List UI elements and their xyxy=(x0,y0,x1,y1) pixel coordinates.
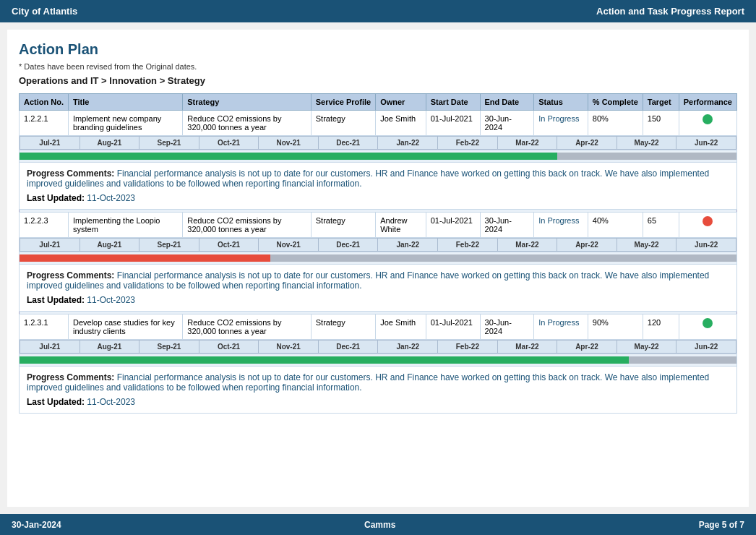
col-owner: Owner xyxy=(376,94,426,111)
action-performance xyxy=(679,111,736,136)
gantt-month-label: Apr-22 xyxy=(557,137,617,150)
action-no: 1.2.2.1 xyxy=(20,111,69,136)
action-target: 65 xyxy=(643,213,679,238)
action-no: 1.2.3.1 xyxy=(20,314,69,340)
gantt-bar-container xyxy=(20,150,737,163)
gantt-month-label: Mar-22 xyxy=(497,137,557,150)
action-owner: Joe Smith xyxy=(376,314,426,340)
gantt-month-label: Nov-21 xyxy=(259,341,319,354)
action-strategy: Reduce CO2 emissions by 320,000 tonnes a… xyxy=(183,314,311,340)
gantt-month-label: Jan-22 xyxy=(378,239,438,252)
page-title: Action Plan xyxy=(19,41,737,58)
gantt-month-label: Oct-21 xyxy=(199,341,259,354)
action-end-date: 30-Jun-2024 xyxy=(480,314,534,340)
gantt-bar-remaining xyxy=(270,254,736,262)
gantt-month-label: Dec-21 xyxy=(318,137,378,150)
gantt-bar-row xyxy=(20,150,737,163)
subtitle-note: * Dates have been revised from the Origi… xyxy=(19,62,737,71)
gantt-month-label: Jul-21 xyxy=(20,137,80,150)
progress-label: Progress Comments: xyxy=(27,270,117,281)
gantt-months-container: Jul-21Aug-21Sep-21Oct-21Nov-21Dec-21Jan-… xyxy=(20,238,737,252)
action-service: Strategy xyxy=(311,213,375,238)
gantt-month-label: Jun-22 xyxy=(676,341,736,354)
action-title: Implementing the Loopio system xyxy=(69,213,183,238)
gantt-month-label: Jan-22 xyxy=(378,341,438,354)
progress-text: Financial performance analysis is not up… xyxy=(27,270,709,291)
footer-page-info: Page 5 of 7 xyxy=(699,520,744,530)
col-pct-complete: % Complete xyxy=(588,94,643,111)
gantt-month-label: Jul-21 xyxy=(20,239,80,252)
progress-comments-cell: Progress Comments: Financial performance… xyxy=(20,367,737,414)
col-strategy: Strategy xyxy=(183,94,311,111)
gantt-month-label: Feb-22 xyxy=(438,341,498,354)
last-updated-block: Last Updated: 11-Oct-2023 xyxy=(27,193,729,203)
progress-label: Progress Comments: xyxy=(27,372,117,382)
gantt-month-label: Apr-22 xyxy=(557,341,617,354)
col-performance: Performance xyxy=(679,94,736,111)
progress-label: Progress Comments: xyxy=(27,168,117,179)
gantt-months-row: Jul-21Aug-21Sep-21Oct-21Nov-21Dec-21Jan-… xyxy=(20,238,737,252)
gantt-bar-row xyxy=(20,354,737,367)
gantt-month-label: May-22 xyxy=(617,341,676,354)
report-title: Action and Task Progress Report xyxy=(596,6,744,17)
org-name: City of Atlantis xyxy=(12,6,77,17)
action-end-date: 30-Jun-2024 xyxy=(480,111,534,136)
last-updated-block: Last Updated: 11-Oct-2023 xyxy=(27,295,729,305)
gantt-month-label: Nov-21 xyxy=(259,239,319,252)
col-start-date: Start Date xyxy=(426,94,480,111)
col-end-date: End Date xyxy=(480,94,534,111)
gantt-months-row: Jul-21Aug-21Sep-21Oct-21Nov-21Dec-21Jan-… xyxy=(20,136,737,150)
gantt-bar-filled xyxy=(20,356,629,364)
action-status: In Progress xyxy=(534,213,588,238)
action-target: 120 xyxy=(643,314,679,340)
gantt-month-label: Oct-21 xyxy=(199,137,259,150)
progress-comments-block: Progress Comments: Financial performance… xyxy=(27,270,729,291)
action-table: Action No. Title Strategy Service Profil… xyxy=(19,93,737,414)
gantt-month-label: Dec-21 xyxy=(318,239,378,252)
action-status: In Progress xyxy=(534,111,588,136)
action-start-date: 01-Jul-2021 xyxy=(426,314,480,340)
gantt-bar-container xyxy=(20,354,737,367)
col-action-no: Action No. xyxy=(20,94,69,111)
col-service: Service Profile xyxy=(311,94,375,111)
page-footer: 30-Jan-2024 Camms Page 5 of 7 xyxy=(0,514,756,535)
action-service: Strategy xyxy=(311,314,375,340)
gantt-bar-container xyxy=(20,252,737,265)
gantt-month-label: Aug-21 xyxy=(80,341,139,354)
col-target: Target xyxy=(643,94,679,111)
action-strategy: Reduce CO2 emissions by 320,000 tonnes a… xyxy=(183,213,311,238)
progress-comments-block: Progress Comments: Financial performance… xyxy=(27,372,729,393)
gantt-months-container: Jul-21Aug-21Sep-21Oct-21Nov-21Dec-21Jan-… xyxy=(20,340,737,354)
last-updated-value: 11-Oct-2023 xyxy=(87,295,135,305)
gantt-month-label: Sep-21 xyxy=(139,239,199,252)
section-heading: Operations and IT > Innovation > Strateg… xyxy=(19,75,737,86)
progress-comments-row: Progress Comments: Financial performance… xyxy=(20,163,737,210)
progress-comments-cell: Progress Comments: Financial performance… xyxy=(20,265,737,312)
action-title: Implement new company branding guideline… xyxy=(69,111,183,136)
gantt-month-label: Jul-21 xyxy=(20,341,80,354)
gantt-bar-remaining xyxy=(557,153,736,160)
gantt-month-label: Mar-22 xyxy=(497,341,557,354)
gantt-month-label: Jun-22 xyxy=(676,137,736,150)
footer-brand: Camms xyxy=(364,520,395,530)
col-title: Title xyxy=(69,94,183,111)
action-start-date: 01-Jul-2021 xyxy=(426,111,480,136)
col-status: Status xyxy=(534,94,588,111)
action-pct: 90% xyxy=(588,314,643,340)
gantt-bar-row xyxy=(20,252,737,265)
progress-comments-block: Progress Comments: Financial performance… xyxy=(27,168,729,189)
progress-comments-row: Progress Comments: Financial performance… xyxy=(20,265,737,312)
action-row: 1.2.2.3 Implementing the Loopio system R… xyxy=(20,213,737,238)
footer-date: 30-Jan-2024 xyxy=(12,520,61,530)
action-start-date: 01-Jul-2021 xyxy=(426,213,480,238)
gantt-month-label: Jan-22 xyxy=(378,137,438,150)
action-service: Strategy xyxy=(311,111,375,136)
last-updated-label: Last Updated: xyxy=(27,193,87,203)
action-row: 1.2.3.1 Develop case studies for key ind… xyxy=(20,314,737,340)
last-updated-value: 11-Oct-2023 xyxy=(87,397,135,407)
progress-comments-row: Progress Comments: Financial performance… xyxy=(20,367,737,414)
gantt-month-label: Dec-21 xyxy=(318,341,378,354)
gantt-month-label: Apr-22 xyxy=(557,239,617,252)
gantt-months-row: Jul-21Aug-21Sep-21Oct-21Nov-21Dec-21Jan-… xyxy=(20,340,737,354)
action-pct: 80% xyxy=(588,111,643,136)
